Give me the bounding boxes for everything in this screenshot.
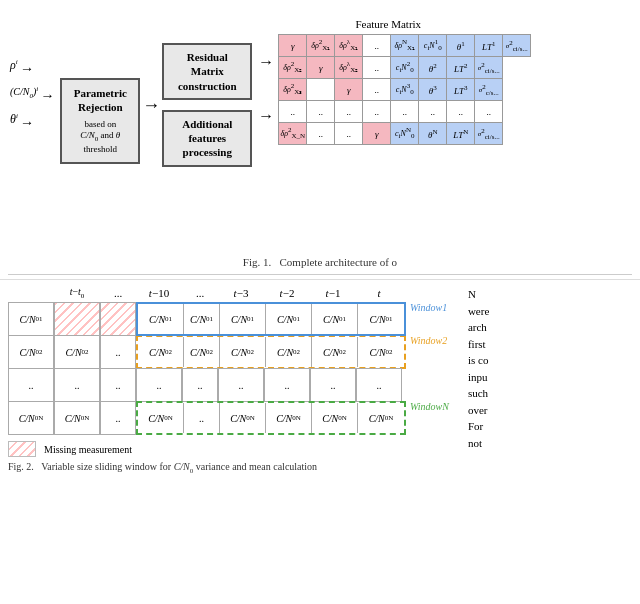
feature-matrix-area: Feature Matrix γ δρ2X₁ δρλX₁ .. δρNX₁ ci… [278, 18, 531, 145]
rho-label: ρi [10, 58, 18, 73]
cell-2-t: C/N02 [358, 337, 404, 367]
cell-drho31: δρλX₁ [335, 35, 363, 57]
cell-d-1: .. [54, 368, 100, 402]
feature-matrix-table: γ δρ2X₁ δρλX₁ .. δρNX₁ ciN10 θ1 LT1 σ2ci… [278, 34, 531, 145]
cell-N-t3: C/N0N [220, 403, 266, 433]
cell-drho21: δρ2X₁ [307, 35, 335, 57]
cell-cn0-3-val: ciN30 [391, 79, 419, 101]
cell-N-dots: .. [100, 401, 136, 435]
cell-dot4-3: .. [335, 101, 363, 123]
cell-1-t: C/N01 [358, 304, 404, 334]
input-rho: ρi [10, 58, 58, 73]
arrow-additional: → [258, 107, 274, 125]
cell-2-dots1: .. [100, 335, 136, 369]
residual-matrix-box: ResidualMatrixconstruction [162, 43, 252, 100]
cell-2-t10: C/N02 [138, 337, 184, 367]
left-inputs: ρi (C/N0)i θi [10, 18, 58, 127]
cell-d-7: .. [310, 368, 356, 402]
matrix-row-3: δρ2X₃ γ .. ciN30 θ3 LT3 σ2c/s... [279, 79, 531, 101]
cell-dot4-8: .. [475, 101, 503, 123]
top-diagram: ρi (C/N0)i θi ParametricRejection based … [0, 10, 640, 250]
cell-1-t3: C/N01 [220, 304, 266, 334]
param-desc: based onC/N0 and θthreshold [72, 119, 128, 156]
right-text-p9: For [457, 418, 632, 435]
cell-thetaN-val: θN [419, 123, 447, 145]
bottom-section: t−t0 ... t−10 ... t−3 t−2 t−1 t C/N01 C/… [0, 279, 640, 475]
arrow-theta [20, 115, 38, 125]
right-text-p10: not [457, 435, 632, 452]
right-text-p1: N [457, 286, 632, 303]
cell-2-t3: C/N02 [220, 337, 266, 367]
processing-boxes: ResidualMatrixconstruction Additionalfea… [162, 18, 252, 167]
arrow-cn0 [40, 88, 58, 98]
time-dots1: ... [100, 287, 136, 299]
cell-blankN: .. [307, 123, 335, 145]
matrix-row-1: γ δρ2X₁ δρλX₁ .. δρNX₁ ciN10 θ1 LT1 σ2ci… [279, 35, 531, 57]
cell-d-5: .. [218, 368, 264, 402]
cell-dot4-2: .. [307, 101, 335, 123]
cell-sigmaN: σ2ci/s... [475, 123, 503, 145]
cell-N-dots2: .. [184, 403, 220, 433]
parametric-rejection-box: ParametricRejection based onC/N0 and θth… [60, 78, 140, 164]
time-t-t0: t−t0 [54, 286, 100, 300]
time-header: t−t0 ... t−10 ... t−3 t−2 t−1 t [54, 286, 449, 300]
cell-N-t: C/N0N [358, 403, 404, 433]
cell-2-t2: C/N02 [266, 337, 312, 367]
legend: Missing measurement [8, 441, 449, 457]
row-label-N: C/N0N [8, 401, 54, 435]
fig2-caption: Fig. 2. Variable size sliding window for… [8, 461, 449, 475]
cell-drhoN1: δρNX₁ [391, 35, 419, 57]
param-title: ParametricRejection [72, 86, 128, 115]
right-text-p2: were [457, 303, 632, 320]
grid-row-dots: .. .. .. .. .. .. .. .. .. [8, 368, 449, 402]
cell-dot4-7: .. [447, 101, 475, 123]
cn0-label: (C/N0)i [10, 85, 38, 100]
time-t: t [356, 287, 402, 299]
arrow-to-boxes: → [142, 95, 160, 116]
cell-dots-1a: .. [363, 35, 391, 57]
cell-ltN: LTN [447, 123, 475, 145]
cell-N-t0: C/N0N [54, 401, 100, 435]
windowN-label: WindowN [410, 401, 449, 435]
legend-text: Missing measurement [44, 444, 132, 455]
cell-drho23: δρ2X₃ [279, 79, 307, 101]
cell-d-6: .. [264, 368, 310, 402]
page: ρi (C/N0)i θi ParametricRejection based … [0, 0, 640, 485]
right-text-p6: inpu [457, 369, 632, 386]
cell-cn0-1: ciN10 [419, 35, 447, 57]
time-t3: t−3 [218, 287, 264, 299]
window1-group: C/N01 C/N01 C/N01 C/N01 C/N01 C/N01 [136, 302, 406, 336]
row-label-1: C/N01 [8, 302, 54, 336]
cell-dot4-6: .. [419, 101, 447, 123]
cell-d-8: .. [356, 368, 402, 402]
grid-row-N: C/N0N C/N0N .. C/N0N .. C/N0N C/N0N C/N0… [8, 401, 449, 435]
cell-d-3: .. [136, 368, 182, 402]
cell-blank-3 [307, 79, 335, 101]
cell-drhoN: δρ2X_N [279, 123, 307, 145]
cell-blankN2: .. [335, 123, 363, 145]
arrows-to-matrix: → → [258, 18, 274, 125]
cell-d-4: .. [182, 368, 218, 402]
cell-1-hatched1 [54, 302, 100, 336]
cell-cn0-2-val: ciN20 [391, 57, 419, 79]
cell-lt-1: LT1 [475, 35, 503, 57]
cell-theta-1: θ1 [447, 35, 475, 57]
cell-1-t10: C/N01 [138, 304, 184, 334]
sliding-window-area: t−t0 ... t−10 ... t−3 t−2 t−1 t C/N01 C/… [8, 286, 449, 475]
cell-2-t0: C/N02 [54, 335, 100, 369]
cell-N-t10: C/N0N [138, 403, 184, 433]
arrow-residual: → [258, 53, 274, 71]
cell-1-t1: C/N01 [312, 304, 358, 334]
row-label-dots: .. [8, 368, 54, 402]
window2-group: C/N02 C/N02 C/N02 C/N02 C/N02 C/N02 [136, 335, 406, 369]
grid-row-1: C/N01 C/N01 C/N01 C/N01 C/N01 C/N01 C/N0… [8, 302, 449, 336]
input-cn0: (C/N0)i [10, 85, 58, 100]
cell-N-t2: C/N0N [266, 403, 312, 433]
right-text-p3: arch [457, 319, 632, 336]
windowN-group: C/N0N .. C/N0N C/N0N C/N0N C/N0N [136, 401, 406, 435]
feature-matrix-title: Feature Matrix [278, 18, 498, 30]
time-t1: t−1 [310, 287, 356, 299]
cell-N-t1: C/N0N [312, 403, 358, 433]
window2-label: Window2 [410, 335, 447, 369]
cell-cn0-N-val: ciNN0 [391, 123, 419, 145]
